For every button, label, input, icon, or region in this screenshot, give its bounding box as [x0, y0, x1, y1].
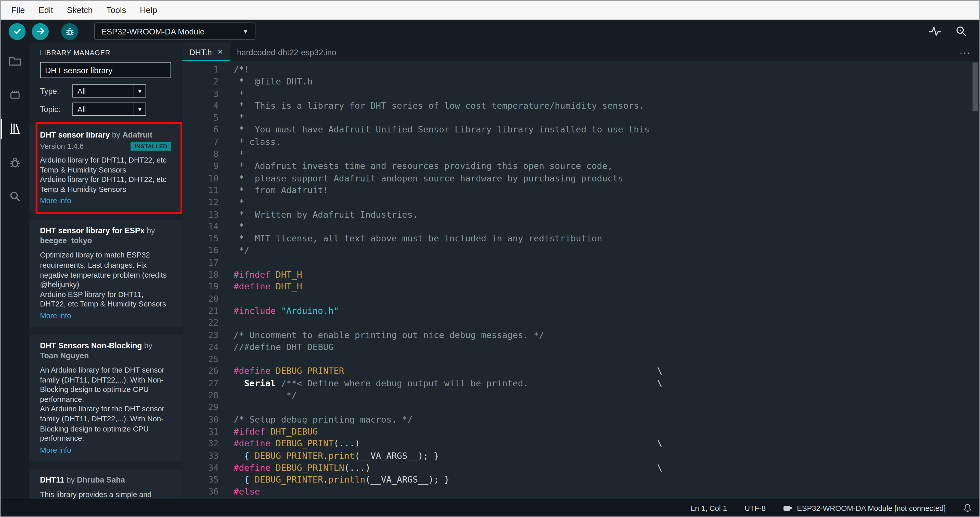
check-icon: [12, 26, 22, 36]
line-number: 19: [182, 281, 234, 293]
code-line: 11 * from Adafruit!: [182, 185, 979, 196]
tab-DHT.h[interactable]: DHT.h✕: [182, 43, 230, 62]
line-number: 21: [182, 305, 234, 317]
line-number: 6: [182, 124, 234, 136]
line-number: 14: [182, 221, 234, 233]
code-line: 16 */: [182, 245, 979, 257]
library-item[interactable]: DHT Sensors Non-Blocking by Toan NguyenA…: [29, 335, 182, 461]
line-number: 33: [182, 450, 234, 462]
library-item[interactable]: DHT11 by Dhruba SahaThis library provide…: [29, 469, 182, 499]
line-number: 30: [182, 414, 234, 426]
status-bar: Ln 1, Col 1 UTF-8 ESP32-WROOM-DA Module …: [0, 499, 979, 517]
line-number: 5: [182, 112, 234, 124]
upload-button[interactable]: [32, 23, 49, 40]
code-line: 34#define DEBUG_PRINTLN(...)\: [182, 462, 979, 474]
menu-file[interactable]: File: [4, 5, 32, 15]
line-number: 25: [182, 353, 234, 365]
line-number: 12: [182, 196, 234, 209]
line-number: 1: [182, 64, 234, 76]
line-number: 32: [182, 438, 234, 450]
line-number: 11: [182, 185, 234, 196]
board-icon: [783, 505, 792, 511]
tab-label: DHT.h: [189, 47, 212, 57]
code-line: 21#include "Arduino.h": [182, 305, 979, 317]
line-number: 20: [182, 293, 234, 305]
line-number: 31: [182, 426, 234, 438]
toolbar: ESP32-WROOM-DA Module ▼: [0, 20, 979, 42]
bug-icon: [7, 155, 22, 170]
toolbar-right: [928, 24, 980, 38]
serial-monitor-icon[interactable]: [955, 24, 968, 38]
library-item-title: DHT11 by Dhruba Saha: [40, 475, 171, 485]
line-number: 18: [182, 269, 234, 281]
encoding[interactable]: UTF-8: [745, 503, 765, 512]
code-line: 25: [182, 353, 979, 365]
code-line: 19#define DHT_H: [182, 281, 979, 293]
chip-icon: [7, 88, 22, 102]
verify-button[interactable]: [9, 23, 25, 40]
folder-icon: [7, 54, 22, 69]
library-description: Arduino ESP library for DHT11, DHT22, et…: [40, 290, 171, 309]
line-number: 2: [182, 76, 234, 88]
main-area: LIBRARY MANAGER Type: All ▼ Topic: All ▼…: [0, 43, 979, 499]
sidebar-item-boards-manager[interactable]: [0, 81, 29, 109]
line-number: 4: [182, 100, 234, 112]
chevron-down-icon: ▼: [134, 85, 146, 97]
close-icon[interactable]: ✕: [218, 48, 223, 56]
more-info-link[interactable]: More info: [40, 445, 72, 454]
line-number: 26: [182, 365, 234, 377]
menu-edit[interactable]: Edit: [32, 5, 60, 15]
library-description: This library provides a simple and easy-…: [40, 490, 171, 499]
bug-icon: [65, 26, 75, 36]
code-line: 23/* Uncomment to enable printing out ni…: [182, 329, 979, 341]
library-description: An Arduino library for the DHT sensor fa…: [40, 366, 171, 405]
code-line: 9 * Adafruit invests time and resources …: [182, 160, 979, 172]
board-selector-value: ESP32-WROOM-DA Module: [101, 27, 204, 36]
code-line: 29: [182, 402, 979, 414]
topic-filter-select[interactable]: All ▼: [72, 102, 146, 116]
code-line: 36#else: [182, 486, 979, 498]
code-line: 35 { DEBUG_PRINTER.println(__VA_ARGS__);…: [182, 474, 979, 486]
sidebar-item-debug[interactable]: [0, 149, 29, 176]
more-info-link[interactable]: More info: [40, 196, 72, 205]
sidebar-item-library-manager[interactable]: [0, 115, 29, 143]
sidebar-item-search[interactable]: [0, 182, 29, 210]
debug-button[interactable]: [61, 23, 78, 40]
line-number: 7: [182, 136, 234, 148]
editor-scrollbar[interactable]: [973, 62, 978, 111]
board-selector[interactable]: ESP32-WROOM-DA Module ▼: [94, 22, 255, 40]
line-number: 34: [182, 462, 234, 474]
code-editor[interactable]: 1/*!2 * @file DHT.h3 *4 * This is a libr…: [182, 61, 979, 499]
line-number: 23: [182, 329, 234, 341]
serial-plotter-icon[interactable]: [928, 24, 942, 38]
library-item[interactable]: DHT sensor library by AdafruitVersion 1.…: [29, 124, 182, 212]
code-line: 5 *: [182, 112, 979, 124]
search-icon: [7, 189, 22, 204]
type-filter-select[interactable]: All ▼: [72, 85, 146, 97]
menu-bar: FileEditSketchToolsHelp: [0, 0, 979, 20]
more-info-link[interactable]: More info: [40, 311, 72, 320]
sidebar-item-sketchbook[interactable]: [0, 48, 29, 75]
library-description: An Arduino library for the DHT sensor fa…: [40, 405, 171, 444]
code-area: 1/*!2 * @file DHT.h3 *4 * This is a libr…: [182, 64, 979, 499]
menu-sketch[interactable]: Sketch: [60, 5, 99, 15]
cursor-position[interactable]: Ln 1, Col 1: [690, 503, 727, 512]
type-filter-label: Type:: [40, 86, 72, 95]
code-line: 31#ifdef DHT_DEBUG: [182, 426, 979, 438]
installed-badge: INSTALLED: [131, 142, 171, 150]
board-status[interactable]: ESP32-WROOM-DA Module [not connected]: [783, 503, 946, 512]
library-item[interactable]: DHT sensor library for ESPx by beegee_to…: [29, 220, 182, 327]
code-line: 26#define DEBUG_PRINTER\: [182, 365, 979, 377]
library-item-title: DHT Sensors Non-Blocking by Toan Nguyen: [40, 341, 171, 361]
menu-tools[interactable]: Tools: [99, 5, 133, 15]
line-number: 16: [182, 245, 234, 257]
type-filter-value: All: [78, 86, 86, 95]
line-number: 24: [182, 341, 234, 353]
code-line: 8 *: [182, 148, 979, 160]
library-search-input[interactable]: [40, 62, 171, 78]
notifications-icon[interactable]: [963, 503, 972, 513]
tab-bar-more-button[interactable]: ···: [959, 43, 970, 62]
code-line: 37#define DEBUG_PRINT(...)\: [182, 498, 979, 499]
tab-hardcoded-dht22-esp32.ino[interactable]: hardcoded-dht22-esp32.ino: [230, 43, 343, 62]
menu-help[interactable]: Help: [133, 5, 164, 15]
